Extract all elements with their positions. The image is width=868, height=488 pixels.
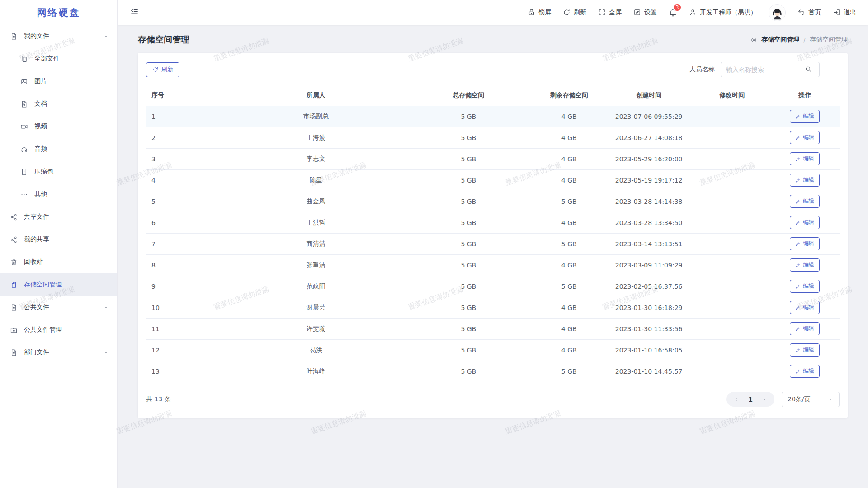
refresh-button[interactable]: 刷新 — [563, 9, 586, 17]
search-button[interactable] — [797, 62, 820, 77]
sidebar-item-public-file-management[interactable]: 公共文件管理 — [0, 319, 117, 341]
pencil-icon — [795, 114, 801, 119]
breadcrumb-root[interactable]: 存储空间管理 — [761, 36, 799, 44]
notifications-button[interactable]: 3 — [669, 8, 677, 17]
sidebar-item-department-files[interactable]: 部门文件 — [0, 341, 117, 364]
cell-remaining-storage: 5 GB — [534, 361, 604, 382]
page-size-select[interactable]: 20条/页 — [782, 392, 840, 407]
next-page-button[interactable] — [761, 396, 768, 403]
chevron-left-icon — [733, 396, 740, 403]
table-row: 13叶海峰5 GB5 GB2023-01-10 14:45:57编辑 — [146, 361, 840, 382]
column-header: 操作 — [770, 85, 840, 106]
logout-button[interactable]: 退出 — [833, 9, 856, 17]
search-input[interactable] — [721, 62, 797, 77]
sidebar-item-label: 视频 — [34, 122, 109, 131]
cell-modified-time — [694, 127, 770, 148]
pencil-icon — [795, 305, 801, 310]
edit-button[interactable]: 编辑 — [790, 301, 820, 314]
cell-actions: 编辑 — [770, 318, 840, 339]
column-header: 总存储空间 — [403, 85, 534, 106]
cell-created-time: 2023-07-06 09:55:29 — [604, 106, 693, 127]
cell-actions: 编辑 — [770, 339, 840, 361]
sidebar-item-others[interactable]: 其他 — [0, 183, 117, 206]
edit-button[interactable]: 编辑 — [790, 131, 820, 144]
edit-button[interactable]: 编辑 — [790, 258, 820, 272]
sidebar-item-storage-management[interactable]: 存储空间管理 — [0, 273, 117, 296]
cell-total-storage: 5 GB — [403, 191, 534, 212]
cell-total-storage: 5 GB — [403, 318, 534, 339]
cell-total-storage: 5 GB — [403, 233, 534, 254]
pencil-icon — [795, 263, 801, 268]
user-menu[interactable]: 开发工程师（易洪） — [689, 9, 757, 17]
user-name: 开发工程师（易洪） — [700, 9, 757, 17]
refresh-icon — [563, 9, 571, 16]
sidebar-item-label: 音频 — [34, 145, 109, 153]
cell-created-time: 2023-05-29 16:20:00 — [604, 148, 693, 169]
prev-page-button[interactable] — [733, 396, 740, 403]
cell-actions: 编辑 — [770, 148, 840, 169]
sidebar-item-shared-files[interactable]: 共享文件 — [0, 206, 117, 228]
total-count: 共 13 条 — [146, 395, 171, 404]
cell-created-time: 2023-03-09 11:09:29 — [604, 254, 693, 276]
avatar-illustration — [769, 5, 785, 21]
edit-button[interactable]: 编辑 — [790, 280, 820, 293]
chevron-up-icon — [103, 33, 109, 39]
cell-index: 2 — [146, 127, 229, 148]
fullscreen-button[interactable]: 全屏 — [598, 9, 622, 17]
current-page[interactable]: 1 — [748, 396, 753, 403]
table-row: 2王海波5 GB4 GB2023-06-27 14:08:18编辑 — [146, 127, 840, 148]
cell-remaining-storage: 4 GB — [534, 339, 604, 361]
column-header: 序号 — [146, 85, 229, 106]
edit-button[interactable]: 编辑 — [790, 152, 820, 165]
cell-index: 4 — [146, 169, 229, 191]
cell-owner: 商清清 — [229, 233, 403, 254]
pencil-icon — [795, 369, 801, 374]
sidebar: 网络硬盘 我的文件全部文件图片文档视频音频压缩包其他共享文件我的共享回收站存储空… — [0, 0, 118, 488]
video-icon — [20, 123, 28, 131]
edit-button[interactable]: 编辑 — [790, 322, 820, 335]
cell-remaining-storage: 4 GB — [534, 148, 604, 169]
sidebar-item-recycle-bin[interactable]: 回收站 — [0, 251, 117, 273]
cell-modified-time — [694, 339, 770, 361]
sidebar-item-label: 共享文件 — [24, 213, 109, 221]
notification-badge: 3 — [673, 3, 682, 12]
cell-owner: 市场副总 — [229, 106, 403, 127]
cell-created-time: 2023-06-27 14:08:18 — [604, 127, 693, 148]
sidebar-item-my-files[interactable]: 我的文件 — [0, 25, 117, 47]
image-icon — [20, 78, 28, 85]
edit-button[interactable]: 编辑 — [790, 216, 820, 229]
cell-modified-time — [694, 148, 770, 169]
sidebar-item-label: 全部文件 — [34, 55, 109, 63]
edit-button[interactable]: 编辑 — [790, 110, 820, 123]
cell-created-time: 2023-01-30 11:33:56 — [604, 318, 693, 339]
sidebar-item-all-files[interactable]: 全部文件 — [0, 47, 117, 70]
cell-remaining-storage: 4 GB — [534, 297, 604, 318]
table-row: 11许雯璇5 GB4 GB2023-01-30 11:33:56编辑 — [146, 318, 840, 339]
cell-owner: 许雯璇 — [229, 318, 403, 339]
edit-button[interactable]: 编辑 — [790, 343, 820, 357]
edit-button[interactable]: 编辑 — [790, 195, 820, 208]
edit-button[interactable]: 编辑 — [790, 174, 820, 187]
sidebar-item-my-shares[interactable]: 我的共享 — [0, 228, 117, 251]
chevron-down-icon — [103, 305, 109, 310]
cell-modified-time — [694, 106, 770, 127]
sidebar-item-videos[interactable]: 视频 — [0, 115, 117, 138]
refresh-button[interactable]: 刷新 — [146, 62, 179, 77]
sidebar-item-archives[interactable]: 压缩包 — [0, 160, 117, 183]
cell-modified-time — [694, 276, 770, 297]
sidebar-item-audio[interactable]: 音频 — [0, 138, 117, 160]
edit-button[interactable]: 编辑 — [790, 237, 820, 250]
sidebar-item-documents[interactable]: 文档 — [0, 93, 117, 115]
cell-modified-time — [694, 297, 770, 318]
pencil-icon — [795, 220, 801, 225]
settings-button[interactable]: 设置 — [633, 9, 657, 17]
edit-button[interactable]: 编辑 — [790, 365, 820, 378]
cell-remaining-storage: 5 GB — [534, 233, 604, 254]
home-button[interactable]: 首页 — [797, 9, 821, 17]
pagination: 共 13 条 1 20条/页 — [146, 382, 840, 418]
lock-screen-button[interactable]: 锁屏 — [528, 9, 551, 17]
sidebar-item-images[interactable]: 图片 — [0, 70, 117, 93]
avatar[interactable] — [769, 4, 786, 21]
sidebar-collapse-button[interactable] — [130, 8, 139, 18]
sidebar-item-public-files[interactable]: 公共文件 — [0, 296, 117, 319]
